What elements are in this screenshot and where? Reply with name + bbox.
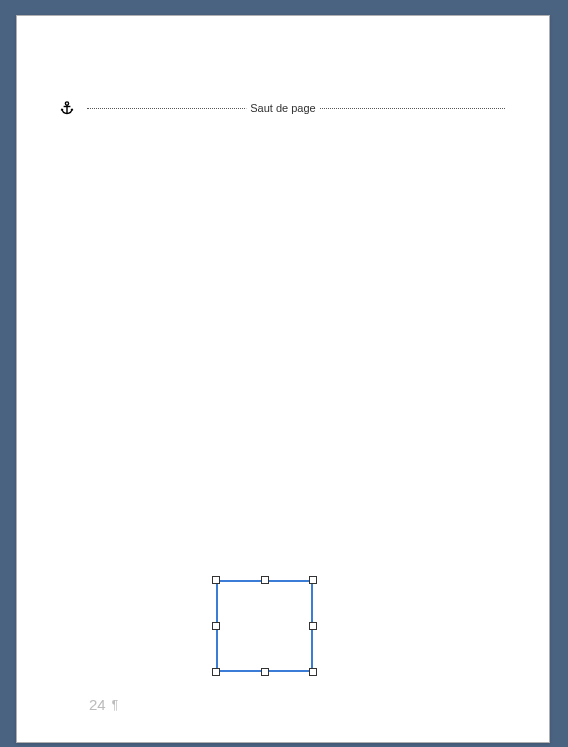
selected-rectangle-shape[interactable]	[216, 580, 313, 672]
document-page[interactable]: Saut de page 24 ¶	[16, 15, 550, 743]
anchor-icon[interactable]	[59, 100, 75, 116]
pilcrow-icon: ¶	[112, 698, 118, 712]
resize-handle-n[interactable]	[261, 576, 269, 584]
page-number: 24	[89, 696, 106, 713]
resize-handle-nw[interactable]	[212, 576, 220, 584]
resize-handle-ne[interactable]	[309, 576, 317, 584]
page-footer: 24 ¶	[89, 696, 118, 713]
resize-handle-sw[interactable]	[212, 668, 220, 676]
page-break-label: Saut de page	[246, 102, 319, 114]
resize-handle-se[interactable]	[309, 668, 317, 676]
resize-handle-e[interactable]	[309, 622, 317, 630]
rectangle-outline[interactable]	[216, 580, 313, 672]
svg-point-0	[65, 102, 68, 105]
resize-handle-s[interactable]	[261, 668, 269, 676]
resize-handle-w[interactable]	[212, 622, 220, 630]
